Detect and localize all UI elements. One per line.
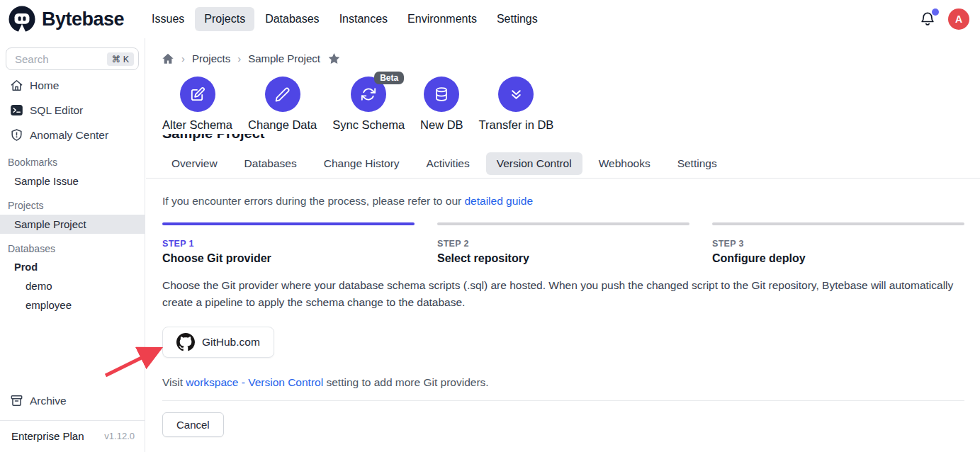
version-control-panel: If you encounter errors during the proce… [146,179,980,437]
breadcrumb-separator: › [237,52,241,64]
quick-action-change-data[interactable]: Change Data [248,77,317,132]
sidebar-item-home[interactable]: Home [0,73,145,98]
sidebar-section-bookmarks: Bookmarks [0,147,145,171]
edit-square-icon [189,86,205,103]
topbar: Bytebase Issues Projects Databases Insta… [0,0,980,38]
main-content: › Projects › Sample Project Alter Schema [146,38,980,452]
github-provider-button[interactable]: GitHub.com [162,327,274,358]
sidebar-item-sample-issue[interactable]: Sample Issue [0,171,145,191]
sidebar-item-employee[interactable]: employee [0,295,145,315]
cancel-button[interactable]: Cancel [162,412,224,437]
shield-icon [10,128,23,142]
step-1: STEP 1 Choose Git provider [162,222,415,265]
step-label: STEP 1 [162,239,415,249]
notification-dot [932,9,939,16]
nav-item-projects[interactable]: Projects [195,7,254,31]
step-progress-bar [437,222,689,225]
quick-action-sync-schema[interactable]: Beta Sync Schema [332,77,405,132]
sidebar-item-anomaly-center[interactable]: Anomaly Center [0,123,145,147]
notifications-button[interactable] [919,11,936,28]
tab-overview[interactable]: Overview [161,152,228,175]
nav-item-issues[interactable]: Issues [142,7,193,31]
sidebar-item-prod[interactable]: Prod [0,258,145,276]
version-label: v1.12.0 [104,431,135,441]
sync-icon [361,86,376,102]
step-2: STEP 2 Select repository [437,222,689,265]
breadcrumb-projects[interactable]: Projects [192,52,230,64]
search-shortcut: ⌘ K [107,52,134,66]
visit-note-suffix: setting to add more Git providers. [323,376,488,388]
step-progress-bar [712,222,964,225]
setup-steps: STEP 1 Choose Git provider STEP 2 Select… [162,222,964,265]
step-title: Select repository [437,252,689,265]
step-title: Configure deploy [712,252,964,265]
search-input[interactable]: ⌘ K [6,47,139,70]
sidebar-item-sql-editor[interactable]: SQL Editor [0,98,145,123]
sidebar-item-label: Home [30,79,59,92]
sidebar: ⌘ K Home SQL Editor Anomaly Center Bo [0,38,145,452]
breadcrumb-home-icon[interactable] [162,52,174,65]
error-tip-text: If you encounter errors during the proce… [162,195,464,207]
sidebar-section-projects: Projects [0,191,145,215]
sidebar-item-label: SQL Editor [30,104,83,117]
sidebar-item-label: Anomaly Center [30,129,108,142]
pencil-icon [274,86,291,103]
search-field[interactable] [13,52,107,66]
tab-webhooks[interactable]: Webhooks [588,152,661,175]
breadcrumb: › Projects › Sample Project [146,38,980,74]
detailed-guide-link[interactable]: detailed guide [464,195,533,207]
nav-item-instances[interactable]: Instances [330,7,397,31]
quick-action-new-db[interactable]: New DB [420,77,463,132]
archive-icon [10,394,23,407]
project-title: Sample Project [162,134,980,142]
breadcrumb-separator: › [181,52,185,64]
plan-row: Enterprise Plan v1.12.0 [0,420,145,452]
sidebar-item-archive[interactable]: Archive [0,388,145,413]
quick-actions-bar: Alter Schema Change Data [146,74,980,132]
bytebase-logo[interactable]: Bytebase [9,6,124,33]
tab-version-control[interactable]: Version Control [486,152,582,175]
divider [162,400,964,401]
double-chevron-down-icon [508,86,524,103]
project-tabs: Overview Databases Change History Activi… [146,152,980,179]
step-label: STEP 2 [437,239,689,249]
tab-databases[interactable]: Databases [234,152,308,175]
tab-change-history[interactable]: Change History [313,152,410,175]
github-icon [176,333,195,351]
top-navigation: Issues Projects Databases Instances Envi… [142,7,547,31]
terminal-icon [10,103,23,117]
workspace-version-control-link[interactable]: workspace - Version Control [186,376,323,388]
plan-label: Enterprise Plan [11,430,84,442]
step-progress-bar [162,222,415,225]
sidebar-item-demo[interactable]: demo [0,276,145,295]
nav-item-settings[interactable]: Settings [488,7,547,31]
brand-name: Bytebase [42,9,124,30]
bookmark-star-icon[interactable] [327,52,341,65]
step-3: STEP 3 Configure deploy [712,222,964,265]
nav-item-databases[interactable]: Databases [256,7,329,31]
tab-activities[interactable]: Activities [416,152,480,175]
nav-item-environments[interactable]: Environments [398,7,486,31]
breadcrumb-current: Sample Project [248,52,320,64]
sidebar-item-label: Archive [30,395,67,407]
sidebar-item-sample-project[interactable]: Sample Project [0,215,145,234]
beta-badge: Beta [374,72,404,84]
step-label: STEP 3 [712,239,964,249]
database-icon [434,86,449,102]
sidebar-section-databases: Databases [0,234,145,258]
step-title: Choose Git provider [162,252,415,265]
bytebase-logo-icon [9,6,35,33]
github-button-label: GitHub.com [202,336,260,349]
quick-action-alter-schema[interactable]: Alter Schema [162,77,232,132]
home-icon [10,79,23,92]
step-description: Choose the Git provider where your datab… [162,277,963,311]
avatar[interactable]: A [948,9,969,30]
error-tip: If you encounter errors during the proce… [162,195,964,208]
quick-action-transfer-in-db[interactable]: Transfer in DB [479,77,554,132]
visit-note: Visit workspace - Version Control settin… [162,376,964,389]
visit-note-prefix: Visit [162,376,186,388]
tab-settings[interactable]: Settings [667,152,728,175]
